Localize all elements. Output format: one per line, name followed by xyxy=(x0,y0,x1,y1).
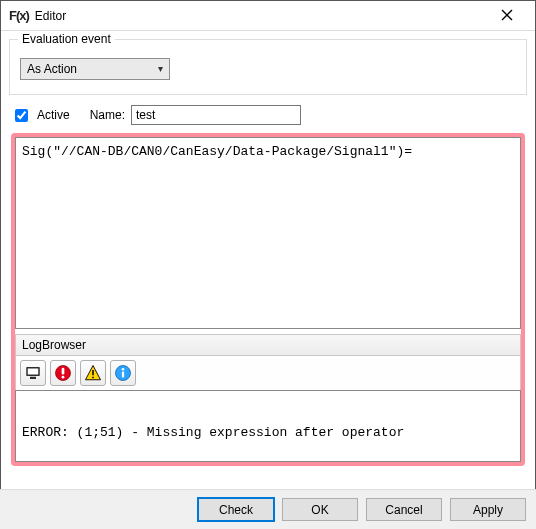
window-title: Editor xyxy=(35,9,485,23)
svg-rect-2 xyxy=(30,377,36,379)
group-legend: Evaluation event xyxy=(18,32,115,46)
title-bar: F(x) Editor xyxy=(1,1,535,31)
log-output-scroll[interactable]: ERROR: (1;51) - Missing expression after… xyxy=(15,390,521,462)
svg-point-5 xyxy=(62,376,65,379)
editor-highlight-frame: LogBrowser xyxy=(11,133,525,466)
ok-button[interactable]: OK xyxy=(282,498,358,521)
log-warning-button[interactable] xyxy=(80,360,106,386)
cancel-button[interactable]: Cancel xyxy=(366,498,442,521)
log-toolbar xyxy=(15,356,521,390)
error-icon xyxy=(54,364,72,382)
svg-rect-1 xyxy=(28,369,39,375)
event-combo[interactable]: As Action ▾ xyxy=(20,58,170,80)
svg-rect-10 xyxy=(122,372,124,378)
log-line: ERROR: (1;51) - Missing expression after… xyxy=(22,425,514,440)
svg-rect-6 xyxy=(92,370,94,375)
log-error-button[interactable] xyxy=(50,360,76,386)
active-row: Active Name: xyxy=(11,105,527,125)
evaluation-event-group: Evaluation event As Action ▾ xyxy=(9,39,527,95)
close-icon xyxy=(501,9,513,21)
code-editor[interactable] xyxy=(15,137,521,329)
info-icon xyxy=(114,364,132,382)
warning-icon xyxy=(84,364,102,382)
name-input[interactable] xyxy=(131,105,301,125)
close-button[interactable] xyxy=(485,2,529,30)
log-info-button[interactable] xyxy=(110,360,136,386)
log-header[interactable]: LogBrowser xyxy=(15,334,521,356)
log-output: ERROR: (1;51) - Missing expression after… xyxy=(16,391,520,462)
dialog-button-bar: Check OK Cancel Apply xyxy=(0,489,536,529)
svg-point-9 xyxy=(122,368,125,371)
svg-rect-7 xyxy=(92,377,94,379)
name-label: Name: xyxy=(90,108,125,122)
monitor-icon xyxy=(24,364,42,382)
app-icon: F(x) xyxy=(9,8,29,23)
log-monitor-button[interactable] xyxy=(20,360,46,386)
active-label: Active xyxy=(37,108,70,122)
content-area: Evaluation event As Action ▾ Active Name… xyxy=(1,31,535,466)
event-combo-value: As Action xyxy=(27,62,77,76)
check-button[interactable]: Check xyxy=(198,498,274,521)
chevron-down-icon: ▾ xyxy=(158,63,163,74)
svg-rect-4 xyxy=(62,368,65,375)
apply-button[interactable]: Apply xyxy=(450,498,526,521)
active-checkbox[interactable] xyxy=(15,109,28,122)
